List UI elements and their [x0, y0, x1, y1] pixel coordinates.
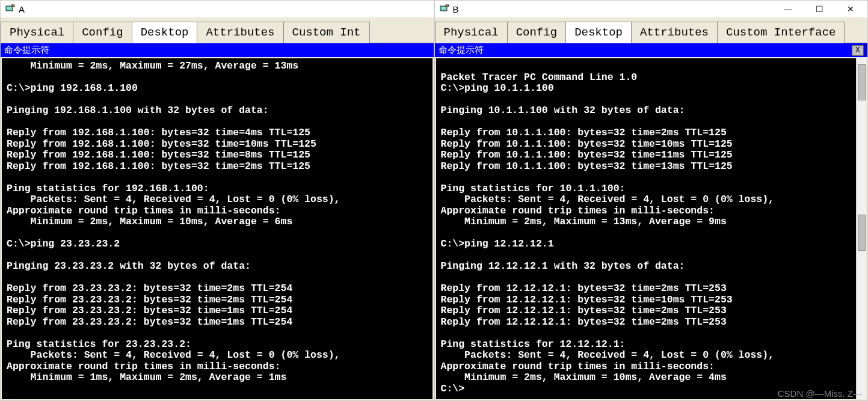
prompt-title-a: 命令提示符: [4, 44, 49, 56]
scroll-thumb-bottom[interactable]: [858, 215, 866, 251]
minimize-button[interactable]: —: [776, 2, 800, 16]
maximize-button[interactable]: ☐: [807, 2, 831, 16]
titlebar-b[interactable]: B — ☐ ✕: [435, 1, 868, 17]
window-title-a: A: [19, 4, 25, 14]
tab-attributes[interactable]: Attributes: [631, 22, 718, 43]
terminal-wrap-b: Packet Tracer PC Command Line 1.0 C:\>pi…: [435, 57, 868, 400]
scrollbar-b[interactable]: [856, 58, 866, 399]
prompt-title-b: 命令提示符: [439, 44, 484, 56]
scroll-thumb-top[interactable]: [858, 64, 866, 100]
window-b: B — ☐ ✕ Physical Config Desktop Attribut…: [434, 0, 869, 401]
titlebar-a[interactable]: A: [1, 1, 434, 17]
tabs-b: Physical Config Desktop Attributes Custo…: [435, 17, 868, 43]
prompt-titlebar-a[interactable]: 命令提示符: [1, 43, 434, 57]
prompt-close-button[interactable]: X: [852, 45, 864, 56]
tab-physical[interactable]: Physical: [435, 22, 508, 43]
svg-rect-2: [11, 5, 14, 7]
tabs-a: Physical Config Desktop Attributes Custo…: [1, 17, 434, 43]
tab-physical[interactable]: Physical: [1, 22, 73, 43]
window-title-b: B: [453, 4, 459, 14]
svg-rect-4: [442, 7, 446, 10]
pc-icon: [440, 4, 449, 14]
tab-desktop[interactable]: Desktop: [132, 22, 198, 43]
terminal-wrap-a: Minimum = 2ms, Maximum = 27ms, Average =…: [1, 57, 434, 400]
tab-desktop[interactable]: Desktop: [565, 22, 632, 43]
tab-config[interactable]: Config: [73, 22, 132, 43]
tab-config[interactable]: Config: [507, 22, 566, 43]
close-button[interactable]: ✕: [839, 2, 863, 16]
prompt-titlebar-b[interactable]: 命令提示符 X: [435, 43, 868, 57]
svg-rect-1: [7, 7, 11, 10]
window-a: A Physical Config Desktop Attributes Cus…: [0, 0, 434, 401]
tab-custom-interface[interactable]: Custom Interface: [717, 22, 845, 43]
terminal-b[interactable]: Packet Tracer PC Command Line 1.0 C:\>pi…: [436, 58, 857, 399]
pc-icon: [5, 4, 15, 14]
terminal-a[interactable]: Minimum = 2ms, Maximum = 27ms, Average =…: [2, 58, 432, 399]
tab-custom-interface[interactable]: Custom Int: [283, 22, 370, 43]
tab-attributes[interactable]: Attributes: [197, 22, 283, 43]
svg-rect-5: [446, 5, 449, 7]
